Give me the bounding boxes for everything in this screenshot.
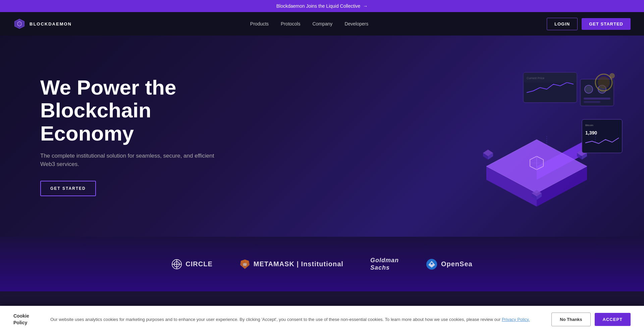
svg-point-47 [431,263,433,265]
navbar-nav: Products Protocols Company Developers [250,21,368,27]
banner-text: Blockdaemon Joins the Liquid Collective [276,3,361,9]
partner-metamask-label: METAMASK | Institutional [254,260,343,268]
get-started-nav-button[interactable]: GET STARTED [582,18,631,30]
login-button[interactable]: LOGIN [547,18,578,30]
svg-point-36 [609,73,615,78]
nav-item-products[interactable]: Products [250,21,269,27]
partner-circle-label: CIRCLE [185,260,212,268]
nav-item-protocols[interactable]: Protocols [281,21,300,27]
hero-title: We Power the Blockchain Economy [40,76,225,145]
logo-text: BLOCKDAEMON [30,21,72,26]
nav-item-developers[interactable]: Developers [344,21,368,27]
partner-goldman-label: GoldmanSachs [370,257,399,271]
svg-rect-26 [584,101,600,103]
navbar-actions: LOGIN GET STARTED [547,18,631,30]
hero-subtitle: The complete institutional solution for … [40,152,225,169]
hero-section: We Power the Blockchain Economy The comp… [0,36,644,237]
navbar-logo[interactable]: BLOCKDAEMON [13,18,72,30]
metamask-icon [239,259,250,270]
navbar: BLOCKDAEMON Products Protocols Company D… [0,12,644,36]
blockdaemon-logo-icon [13,18,25,30]
get-started-hero-button[interactable]: GET STARTED [40,181,96,196]
hero-content: We Power the Blockchain Economy The comp… [40,76,225,196]
hero-illustration: Current Price Bitcoin 1,390 [449,66,624,207]
top-banner[interactable]: Blockdaemon Joins the Liquid Collective … [0,0,644,12]
partner-goldman: GoldmanSachs [370,257,399,271]
partner-opensea: OpenSea [426,258,473,270]
partner-metamask: METAMASK | Institutional [239,259,343,270]
svg-point-23 [585,85,593,93]
svg-rect-21 [523,72,577,82]
partners-section: CIRCLE METAMASK | Institutional GoldmanS… [0,237,644,291]
circle-icon [171,259,182,270]
svg-point-35 [598,76,610,89]
svg-rect-25 [584,98,610,100]
partner-opensea-label: OpenSea [441,260,473,268]
partner-circle: CIRCLE [171,259,212,270]
nav-item-company[interactable]: Company [312,21,332,27]
opensea-icon [426,258,438,270]
svg-text:Bitcoin: Bitcoin [585,124,593,127]
banner-arrow: → [363,3,368,9]
